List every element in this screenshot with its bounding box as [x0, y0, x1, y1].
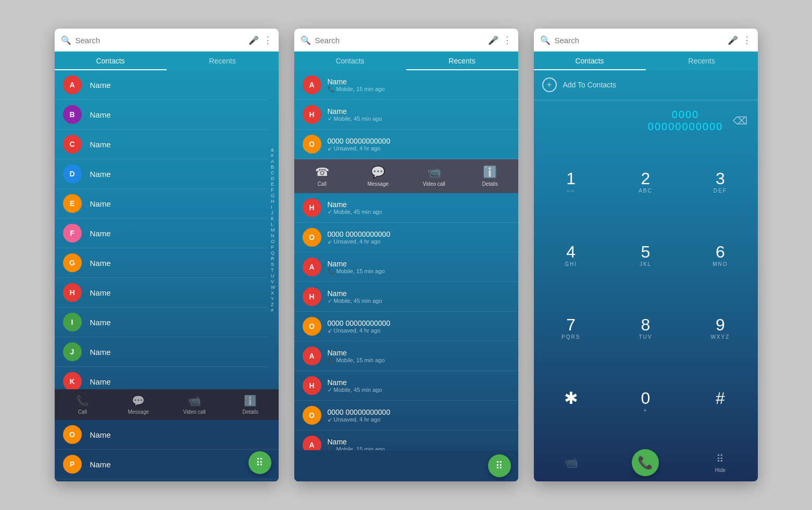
- more-icon-3[interactable]: ⋮: [742, 34, 752, 46]
- contact-item[interactable]: B Name: [55, 100, 268, 130]
- alpha-letter[interactable]: J: [271, 210, 276, 215]
- dial-key[interactable]: 6 MNO: [683, 220, 757, 293]
- dialpad-fab-1[interactable]: ⠿: [248, 451, 271, 474]
- contact-item[interactable]: D Name: [55, 159, 268, 189]
- search-input-2[interactable]: [315, 36, 484, 45]
- alpha-letter[interactable]: Z: [271, 302, 276, 307]
- contact-item[interactable]: E Name: [55, 189, 268, 219]
- tab-recents-2[interactable]: Recents: [406, 52, 518, 70]
- tab-recents-1[interactable]: Recents: [167, 52, 279, 70]
- more-icon-2[interactable]: ⋮: [503, 34, 512, 46]
- dial-key[interactable]: 1 ○○: [534, 146, 608, 220]
- more-icon-1[interactable]: ⋮: [263, 34, 272, 46]
- popup-action-item[interactable]: ℹ️Details: [462, 165, 518, 187]
- call-button[interactable]: 📞: [608, 449, 683, 476]
- contact-item[interactable]: J Name: [55, 337, 268, 367]
- popup-action-item[interactable]: 📹Video call: [406, 165, 463, 187]
- alpha-letter[interactable]: P: [271, 245, 276, 250]
- alpha-letter[interactable]: Q: [271, 250, 276, 256]
- dial-key[interactable]: 4 GHI: [534, 220, 608, 293]
- alpha-letter[interactable]: A: [271, 159, 276, 164]
- alpha-letter[interactable]: B: [271, 164, 276, 170]
- alpha-letter[interactable]: S: [271, 262, 276, 267]
- alpha-letter[interactable]: W: [271, 285, 276, 290]
- dial-key[interactable]: 5 JKL: [608, 220, 683, 293]
- call-fab[interactable]: 📞: [632, 449, 659, 476]
- contact-item[interactable]: K Name: [55, 367, 268, 389]
- mic-icon-3[interactable]: 🎤: [728, 35, 738, 45]
- contact-item[interactable]: G Name: [55, 248, 268, 278]
- hide-button[interactable]: ⠿ Hide: [683, 453, 757, 473]
- video-call-button[interactable]: 📹: [534, 456, 608, 469]
- alpha-letter[interactable]: T: [271, 267, 276, 273]
- alpha-letter[interactable]: E: [271, 182, 276, 187]
- recent-item[interactable]: O 0000 00000000000 ↙ Unsaved, 4 hr ago: [294, 312, 518, 341]
- dial-key[interactable]: 7 PQRS: [534, 292, 608, 366]
- dial-key[interactable]: 9 WXYZ: [683, 292, 757, 366]
- alpha-letter[interactable]: D: [271, 176, 276, 181]
- alpha-letter[interactable]: Y: [271, 296, 276, 301]
- contact-item[interactable]: I Name: [55, 308, 268, 337]
- backspace-button[interactable]: ⌫: [733, 114, 747, 127]
- alpha-letter[interactable]: G: [271, 193, 276, 198]
- alpha-letter[interactable]: C: [271, 170, 276, 175]
- alpha-letter[interactable]: X: [271, 290, 276, 296]
- alpha-letter[interactable]: U: [271, 273, 276, 278]
- alpha-letter[interactable]: M: [271, 227, 276, 233]
- dial-key[interactable]: ✱: [534, 366, 608, 439]
- recent-item[interactable]: A Name 📞 Mobile, 15 min ago: [294, 341, 518, 371]
- recent-item[interactable]: O 0000 00000000000 ↙ Unsaved, 4 hr ago: [294, 130, 518, 159]
- contact-item[interactable]: O Name: [55, 420, 279, 450]
- popup-action-item[interactable]: ☎Call: [294, 165, 351, 187]
- alpha-letter[interactable]: &: [271, 147, 276, 152]
- alpha-letter[interactable]: #: [271, 308, 276, 313]
- alpha-index[interactable]: &#ABCDEFGHIJKLMNOPQRSTUVWXYZ#: [268, 70, 279, 389]
- dial-key[interactable]: #: [683, 366, 757, 439]
- alpha-letter[interactable]: I: [271, 205, 276, 210]
- dial-key[interactable]: 0 +: [608, 366, 683, 439]
- contact-item[interactable]: A Name: [55, 70, 268, 100]
- app-container: 🔍 🎤 ⋮ Contacts Recents A Name B Name C N…: [34, 8, 779, 502]
- action-item[interactable]: 📞Call: [55, 394, 111, 415]
- tab-contacts-1[interactable]: Contacts: [55, 52, 167, 70]
- recent-item[interactable]: H Name ✓ Mobile, 45 min ago: [294, 371, 518, 401]
- tab-contacts-3[interactable]: Contacts: [534, 52, 646, 70]
- recent-item[interactable]: H Name ✓ Mobile, 45 min ago: [294, 193, 518, 223]
- alpha-letter[interactable]: O: [271, 239, 276, 244]
- alpha-letter[interactable]: #: [271, 153, 276, 158]
- mic-icon-1[interactable]: 🎤: [248, 35, 259, 45]
- alpha-letter[interactable]: L: [271, 222, 276, 227]
- dial-key[interactable]: 2 ABC: [608, 146, 683, 220]
- recent-item[interactable]: A Name 📞 Mobile, 15 min ago: [294, 70, 518, 100]
- recent-item[interactable]: H Name ✓ Mobile, 45 min ago: [294, 100, 518, 130]
- action-item[interactable]: ℹ️Details: [222, 394, 279, 415]
- dial-key[interactable]: 3 DEF: [683, 146, 757, 220]
- dialpad-fab-2[interactable]: ⠿: [488, 454, 511, 477]
- alpha-letter[interactable]: K: [271, 216, 276, 221]
- recent-item[interactable]: A Name 📞 Mobile, 15 min ago: [294, 252, 518, 282]
- tab-contacts-2[interactable]: Contacts: [294, 52, 406, 70]
- mic-icon-2[interactable]: 🎤: [488, 35, 498, 45]
- action-item[interactable]: 📹Video call: [167, 394, 223, 415]
- recent-item[interactable]: H Name ✓ Mobile, 45 min ago: [294, 282, 518, 312]
- alpha-letter[interactable]: R: [271, 256, 276, 261]
- tab-recents-3[interactable]: Recents: [646, 52, 758, 70]
- contact-item[interactable]: H Name: [55, 278, 268, 308]
- recent-item[interactable]: O 0000 00000000000 ↙ Unsaved, 4 hr ago: [294, 223, 518, 252]
- search-input-1[interactable]: [76, 36, 244, 45]
- alpha-letter[interactable]: N: [271, 233, 276, 238]
- search-input-3[interactable]: [555, 36, 723, 45]
- contact-item[interactable]: P Name: [55, 450, 279, 479]
- contact-name: Name: [90, 430, 111, 439]
- add-contact-bar[interactable]: + Add To Contacts: [534, 70, 758, 100]
- alpha-letter[interactable]: F: [271, 187, 276, 193]
- recent-item[interactable]: A Name 📞 Mobile, 15 min ago: [294, 430, 518, 450]
- dial-key[interactable]: 8 TUV: [608, 292, 683, 366]
- popup-action-item[interactable]: 💬Message: [350, 165, 406, 187]
- action-item[interactable]: 💬Message: [110, 394, 167, 415]
- contact-item[interactable]: C Name: [55, 130, 268, 159]
- alpha-letter[interactable]: H: [271, 199, 276, 204]
- alpha-letter[interactable]: V: [271, 279, 276, 284]
- contact-item[interactable]: F Name: [55, 219, 268, 248]
- recent-item[interactable]: O 0000 00000000000 ↙ Unsaved, 4 hr ago: [294, 401, 518, 430]
